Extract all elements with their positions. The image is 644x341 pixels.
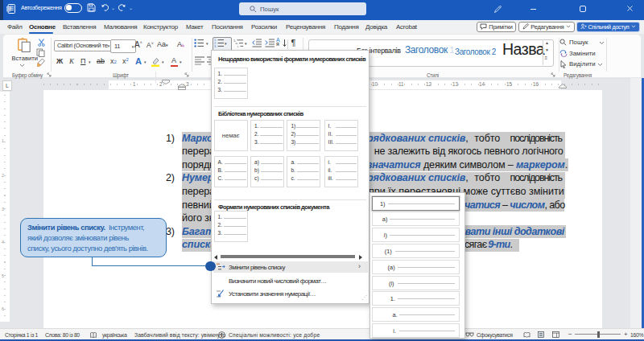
svg-text:i.: i. xyxy=(237,44,239,47)
svg-text:3.: 3. xyxy=(214,45,217,47)
svg-text:W: W xyxy=(7,6,11,10)
